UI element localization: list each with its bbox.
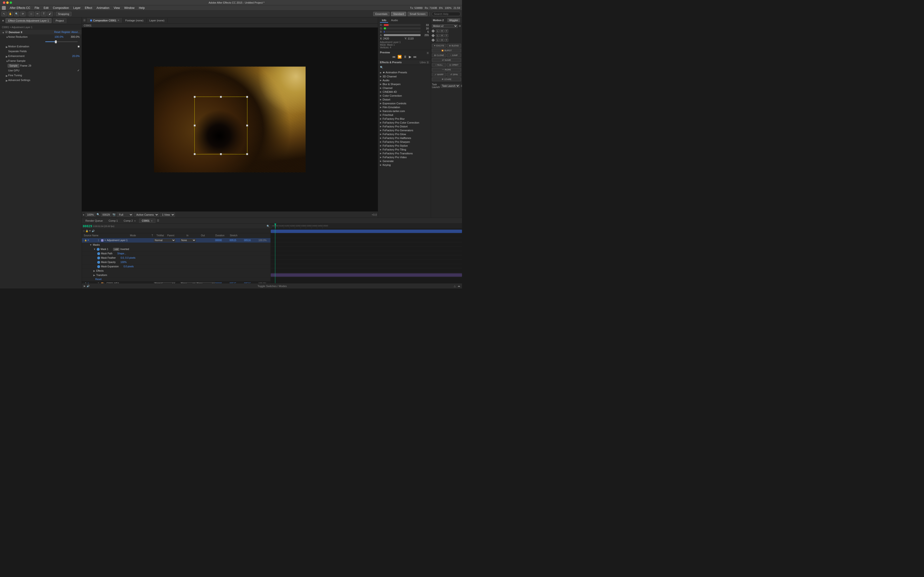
window-controls[interactable] bbox=[3, 2, 12, 4]
wiggler-tab[interactable]: Wiggler bbox=[447, 18, 460, 22]
tool-shape[interactable]: □ bbox=[29, 11, 34, 16]
mask-handle-br[interactable] bbox=[246, 153, 248, 155]
l1-name[interactable]: Adjustment Layer 1 bbox=[107, 239, 154, 242]
mask-feather-value[interactable]: 0.0, 0.0 pixels bbox=[121, 256, 136, 259]
task-launch-select[interactable]: Task Launch bbox=[441, 84, 460, 88]
l1-expand[interactable]: ▼ bbox=[104, 239, 107, 242]
motion-preset-select[interactable]: Motion v2 bbox=[432, 24, 458, 28]
mask-add-btn[interactable]: Add bbox=[113, 248, 120, 251]
preview-first-btn[interactable]: ⏮ bbox=[392, 55, 396, 59]
menu-help[interactable]: Help bbox=[137, 6, 147, 10]
noise-reduction-slider[interactable] bbox=[45, 41, 78, 42]
enhancement-expand[interactable]: ▶ bbox=[6, 55, 8, 57]
comp-tab-c0001[interactable]: ◼ Composition C0001 ✕ bbox=[87, 18, 123, 23]
audio-tab[interactable]: Audio bbox=[389, 18, 400, 23]
preview-stop-btn[interactable]: ⏸ bbox=[404, 55, 407, 59]
category-fxfactory-halftones[interactable]: ▶ FxFactory Pro Halftones bbox=[378, 136, 431, 140]
category-fxfactory-gen[interactable]: ▶ FxFactory Pro Generators bbox=[378, 128, 431, 132]
effect-collapse-icon[interactable]: ▼ bbox=[2, 31, 4, 33]
workspace-essentials[interactable]: Essentials bbox=[373, 12, 389, 16]
fullscreen-button[interactable] bbox=[10, 2, 12, 4]
comp-zoom-btn[interactable]: 100% bbox=[86, 213, 95, 217]
category-animation-presets[interactable]: ▶ ★ Animation Presets bbox=[378, 71, 431, 74]
comp-view-select[interactable]: 1 View bbox=[160, 213, 175, 217]
l1-vis[interactable]: 👁 bbox=[87, 239, 89, 242]
l1-solo[interactable]: ☆ bbox=[82, 239, 84, 242]
effect-checkbox[interactable]: ☑ bbox=[5, 31, 8, 34]
layer-2-row[interactable]: ☆ 🔒 👁 2 ▶ C0001.MP4 Normal bbox=[82, 281, 270, 283]
masks-expand[interactable]: ▼ bbox=[89, 243, 92, 246]
category-audio[interactable]: ▶ Audio bbox=[378, 78, 431, 82]
layer-lock-icon[interactable]: 🔒 bbox=[86, 230, 88, 232]
search-icon-timeline[interactable]: 🔍 bbox=[267, 225, 270, 227]
category-expression[interactable]: ▶ Expression Controls bbox=[378, 102, 431, 105]
category-keying[interactable]: ▶ Keying bbox=[378, 163, 431, 167]
stare-btn[interactable]: 👁 STARE bbox=[432, 77, 461, 81]
kf-btn-l2[interactable]: L bbox=[436, 34, 439, 37]
mask1-expand[interactable]: ▼ bbox=[94, 248, 96, 250]
category-generate[interactable]: ▶ Generate bbox=[378, 159, 431, 163]
excite-btn[interactable]: ✦ EXCITE bbox=[432, 44, 446, 48]
category-3d-channel[interactable]: ▶ 3D Channel bbox=[378, 74, 431, 78]
layer-1-row[interactable]: ☆ 🔒 👁 1 ▼ Adjustment Layer 1 Normal bbox=[82, 238, 270, 243]
comp-tab-layer[interactable]: Layer (none) bbox=[147, 18, 168, 23]
motion-estimation-expand[interactable]: ▶ bbox=[6, 45, 8, 47]
search-help-input[interactable] bbox=[432, 12, 460, 16]
menu-animation[interactable]: Animation bbox=[95, 6, 111, 10]
tool-rotate[interactable]: ⟳ bbox=[20, 11, 26, 16]
layer-bars[interactable] bbox=[271, 229, 462, 283]
kf-btn-r3[interactable]: R bbox=[440, 39, 444, 42]
preview-menu-icon[interactable]: ☰ bbox=[426, 52, 429, 54]
comp1-tab[interactable]: Comp 1 bbox=[106, 219, 121, 223]
layer-audio-icon[interactable]: 🔊 bbox=[92, 230, 95, 232]
effect-reset-link[interactable]: Reset bbox=[54, 31, 60, 34]
layer-vis-icon[interactable]: 👁 bbox=[89, 230, 91, 232]
tool-pen[interactable]: ✏ bbox=[35, 11, 40, 16]
comp2-close[interactable]: ✕ bbox=[134, 220, 136, 222]
mask-expansion-value[interactable]: 0.0 pixels bbox=[123, 265, 134, 268]
close-button[interactable] bbox=[3, 2, 5, 4]
workspace-small-screen[interactable]: Small Screen bbox=[408, 12, 428, 16]
category-cinema4d[interactable]: ▶ CINEMA 4D bbox=[378, 90, 431, 94]
mask-handle-tr[interactable] bbox=[246, 96, 248, 98]
mask-selection[interactable] bbox=[194, 97, 247, 154]
mask-handle-tl[interactable] bbox=[194, 96, 195, 98]
status-arrow-up[interactable]: △ bbox=[454, 285, 456, 287]
menu-composition[interactable]: Composition bbox=[51, 6, 71, 10]
category-fxfactory-transitions[interactable]: ▶ FxFactory Pro Transitions bbox=[378, 152, 431, 155]
effects-expand[interactable]: ▶ bbox=[94, 269, 95, 272]
kf-btn-t3[interactable]: T bbox=[445, 39, 449, 42]
render-queue-tab[interactable]: Render Queue bbox=[83, 219, 105, 223]
project-tab[interactable]: Project bbox=[53, 18, 66, 23]
category-film-emulation[interactable]: ▶ Film Emulation bbox=[378, 105, 431, 109]
l1-lock[interactable]: 🔒 bbox=[84, 239, 87, 242]
kf-btn-l[interactable]: L bbox=[436, 29, 439, 33]
ram-preview-icon[interactable]: ▶ bbox=[84, 285, 86, 287]
rope-btn[interactable]: 〰 ROPE bbox=[432, 68, 461, 72]
mask-path-value[interactable]: Shape... bbox=[117, 252, 126, 255]
effect-register-link[interactable]: Register bbox=[61, 31, 70, 34]
spin-btn[interactable]: ↺ SPIN bbox=[447, 73, 461, 76]
audio-icon[interactable]: 🔊 bbox=[87, 285, 89, 287]
panel-menu-icon[interactable]: ☰ bbox=[82, 19, 87, 22]
noise-reduction-value[interactable]: 100.0% bbox=[54, 35, 63, 38]
effects-menu-icon[interactable]: ☰ bbox=[426, 61, 429, 64]
menu-app-name[interactable]: After Effects CC bbox=[8, 6, 32, 10]
kf-btn-t[interactable]: T bbox=[445, 29, 449, 33]
snapping-button[interactable]: Snapping bbox=[56, 12, 71, 16]
category-color-correction[interactable]: ▶ Color Correction bbox=[378, 94, 431, 98]
category-frischluit[interactable]: ▶ Frischluit bbox=[378, 113, 431, 117]
menu-view[interactable]: View bbox=[111, 6, 122, 10]
minimize-button[interactable] bbox=[6, 2, 9, 4]
motion-settings-icon[interactable]: ⚙ bbox=[459, 24, 461, 27]
effect-controls-tab[interactable]: Effect Controls Adjustment Layer 1 bbox=[5, 18, 52, 23]
comp-timecode-btn[interactable]: 00029 bbox=[101, 213, 111, 217]
menu-file[interactable]: File bbox=[33, 6, 41, 10]
time-ruler[interactable]: 00050 0100 0150 0200 0250 0300 0350 0400… bbox=[271, 224, 462, 229]
menu-layer[interactable]: Layer bbox=[71, 6, 82, 10]
frame-sample-expand[interactable]: ▼ bbox=[6, 60, 8, 62]
category-blur-sharpen[interactable]: ▶ Blur & Sharpen bbox=[378, 82, 431, 86]
tool-select[interactable]: ↖ bbox=[2, 11, 7, 16]
tool-text[interactable]: T bbox=[41, 11, 47, 16]
comp-resolution-select[interactable]: Full Half Quarter bbox=[117, 213, 133, 217]
